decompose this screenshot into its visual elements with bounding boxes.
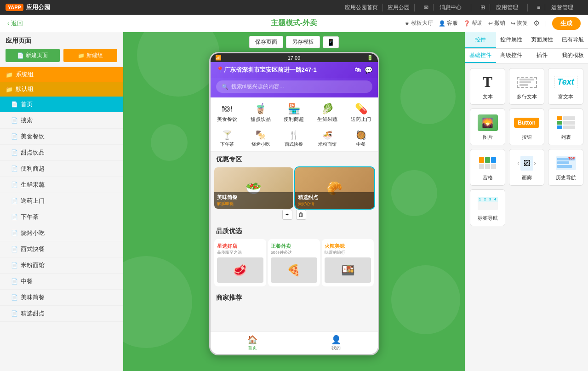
control-gallery[interactable]: ‹ 🖼 › 画廊: [509, 149, 544, 186]
sidebar-item-tea[interactable]: 📄 下午茶: [0, 209, 123, 225]
promo-delete-button[interactable]: 🗑: [296, 210, 306, 220]
cat-item-noodle[interactable]: 🍜 米粉面馆: [311, 130, 344, 148]
new-page-button[interactable]: 📄 新建页面: [6, 49, 60, 62]
control-histnav[interactable]: TOP 历史导航: [548, 149, 583, 186]
quality-item-2[interactable]: 正餐外卖 50分钟必达 🍕: [268, 239, 320, 286]
cat-item-western[interactable]: 🍴 西式快餐: [277, 130, 311, 148]
phone-search-input[interactable]: 🔍 搜索ni感兴趣的内容...: [216, 80, 372, 93]
redo-btn[interactable]: ↪ 恢复: [511, 19, 528, 27]
save-page-button[interactable]: 保存页面: [249, 36, 283, 48]
new-block-button[interactable]: 📁 新建组: [63, 49, 118, 62]
home-icon: 🏠: [211, 335, 294, 345]
sidebar-item-noodle[interactable]: 📄 米粉面馆: [0, 257, 123, 274]
promo-item-1[interactable]: 🥗 美味简餐 解腻味觉: [214, 167, 293, 209]
quality-sub-2: 50分钟必达: [271, 250, 317, 256]
folder-icon: 📁: [6, 71, 13, 78]
quality-item-1[interactable]: 星选好店 品质臻至之选 🥩: [214, 239, 266, 286]
bottom-nav-home[interactable]: 🏠 首页: [211, 335, 294, 351]
customer-service-btn[interactable]: 👤 客服: [439, 19, 458, 27]
nav-operations[interactable]: ≡ 运营管理: [528, 4, 582, 11]
nav-appmanage[interactable]: ⊞ 应用管理: [471, 4, 528, 11]
top-nav-links: 应用公园首页 应用公园 ✉ 消息中心 ⊞ 应用管理 ≡ 运营管理: [340, 4, 582, 11]
nav-apppark[interactable]: 应用公园: [383, 4, 415, 11]
quality-label-1: 星选好店: [217, 243, 263, 250]
control-multitext[interactable]: 多行文本: [509, 68, 544, 105]
cat-item-food[interactable]: 🍽 美食餐饮: [211, 101, 244, 125]
subtab-plugins[interactable]: 插件: [527, 49, 558, 63]
control-richtext[interactable]: Text 富文本: [548, 68, 583, 105]
cat-item-bbq[interactable]: 🍢 烧烤小吃: [244, 130, 277, 148]
food-icon: 🍽: [211, 103, 243, 115]
quality-sub-1: 品质臻至之选: [217, 250, 263, 256]
control-text[interactable]: T 文本: [470, 68, 505, 105]
cat-item-medicine[interactable]: 💊 送药上门: [344, 101, 378, 125]
sidebar-header: 应用页面 📄 新建页面 📁 新建组: [0, 32, 123, 67]
sidebar-item-convenience[interactable]: 📄 便利商超: [0, 161, 123, 177]
person-icon: 👤: [439, 20, 445, 27]
sidebar-item-western[interactable]: 📄 西式快餐: [0, 241, 123, 257]
sidebar-item-food[interactable]: 📄 美食餐饮: [0, 129, 123, 145]
sidebar-item-dessert[interactable]: 📄 甜点饮品: [0, 145, 123, 161]
sidebar-item-selected-dessert[interactable]: 📄 精选甜点: [0, 306, 123, 322]
mobile-preview-button[interactable]: 📱: [323, 36, 339, 48]
nav-home[interactable]: 应用公园首页: [340, 4, 383, 11]
settings-icon[interactable]: ⚙: [533, 19, 540, 28]
multitext-ctrl-label: 多行文本: [517, 93, 537, 100]
page-icon: 📄: [11, 117, 18, 124]
sidebar-item-homepage[interactable]: 📄 首页: [0, 97, 123, 113]
tab-page-properties[interactable]: 页面属性: [527, 32, 558, 48]
folder-icon-default: 📁: [6, 86, 13, 93]
help-btn[interactable]: ❓ 帮助: [463, 19, 483, 27]
quality-label-2: 正餐外卖: [271, 243, 317, 250]
fresh-icon: 🥬: [312, 103, 343, 115]
text-ctrl-label: 文本: [483, 93, 493, 100]
generate-button[interactable]: 生成: [552, 17, 581, 30]
control-list[interactable]: 列表: [548, 108, 583, 145]
message-icon: ✉: [419, 4, 434, 11]
sidebar-item-medicine[interactable]: 📄 送药上门: [0, 193, 123, 209]
bottom-nav-mine[interactable]: 👤 我的: [294, 335, 378, 351]
control-tabnav[interactable]: 1 2 3 4 标签导航: [470, 189, 505, 226]
promo-item-2[interactable]: 🥐 精选甜点 美好心情: [295, 167, 374, 209]
sidebar-item-search[interactable]: 📄 搜索: [0, 113, 123, 129]
template-hall-btn[interactable]: ★ 模板大厅: [405, 19, 433, 27]
richtext-ctrl-label: 富文本: [558, 93, 573, 100]
sidebar-item-simple-meal[interactable]: 📄 美味简餐: [0, 290, 123, 306]
nav-messages[interactable]: ✉ 消息中心: [415, 4, 471, 11]
gallery-ctrl-label: 画廊: [522, 174, 532, 181]
control-button[interactable]: Button 按钮: [509, 108, 544, 145]
control-subtabs: 基础控件 高级控件 插件 我的模板: [465, 49, 588, 63]
tab-existing-nav[interactable]: 已有导航: [557, 32, 588, 48]
location-icon: 📍: [216, 66, 224, 74]
search-placeholder-text: 搜索ni感兴趣的内容...: [231, 83, 284, 91]
subtab-my-templates[interactable]: 我的模板: [557, 49, 588, 63]
logo: YAPP 应用公园: [6, 3, 50, 11]
control-image[interactable]: 🌄 图片: [470, 108, 505, 145]
control-grid[interactable]: 宫格: [470, 149, 505, 186]
merchant-title: 商家推荐: [211, 290, 378, 304]
canvas-toolbar: 保存页面 另存模板 📱: [249, 36, 339, 48]
undo-btn[interactable]: ↩ 撤销: [488, 19, 505, 27]
tab-controls[interactable]: 控件: [465, 32, 496, 48]
save-as-template-button[interactable]: 另存模板: [286, 36, 320, 48]
back-button[interactable]: ‹ 返回: [7, 19, 23, 28]
quality-img-3: 🍱: [325, 257, 371, 283]
promo-overlay-2: 精选甜点 美好心情: [295, 192, 374, 209]
page-icon: 📄: [11, 278, 18, 285]
promo-add-button[interactable]: +: [282, 210, 292, 220]
quality-item-3[interactable]: 火辣美味 味蕾的旅行 🍱: [322, 239, 374, 286]
cat-item-market[interactable]: 🏪 便利商超: [277, 101, 311, 125]
page-icon: 📄: [11, 214, 18, 220]
tab-control-properties[interactable]: 控件属性: [496, 32, 527, 48]
subtab-basic[interactable]: 基础控件: [465, 49, 496, 63]
sidebar-item-chinese[interactable]: 📄 中餐: [0, 274, 123, 290]
profile-icon: 👤: [294, 335, 378, 345]
sidebar-item-fresh[interactable]: 📄 生鲜果蔬: [0, 177, 123, 193]
subtab-advanced[interactable]: 高级控件: [496, 49, 527, 63]
cat-item-fresh[interactable]: 🥬 生鲜果蔬: [311, 101, 344, 125]
sidebar-item-bbq[interactable]: 📄 烧烤小吃: [0, 225, 123, 241]
cat-item-dessert[interactable]: 🧋 甜点饮品: [244, 101, 277, 125]
market-icon: 🏪: [278, 103, 310, 115]
cat-item-tea[interactable]: 🍸 下午茶: [211, 130, 244, 148]
cat-item-chinese[interactable]: 🥘 中餐: [344, 130, 378, 148]
